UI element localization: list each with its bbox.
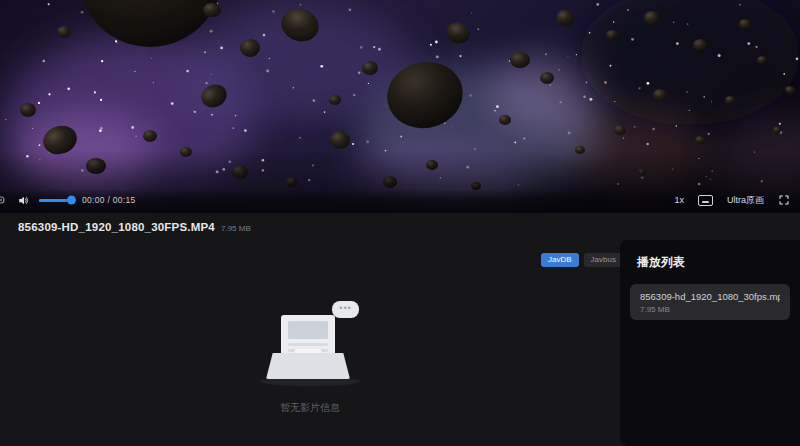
fullscreen-icon[interactable] bbox=[778, 194, 790, 206]
speed-button[interactable]: 1x bbox=[674, 195, 684, 205]
empty-message: 暂无影片信息 bbox=[0, 401, 620, 415]
empty-state: ••• 暂无影片信息 bbox=[0, 301, 620, 415]
time-display: 00:00 / 00:15 bbox=[82, 195, 136, 205]
playlist-title: 播放列表 bbox=[620, 240, 800, 271]
playlist-item[interactable]: 856309-hd_1920_1080_30fps.mp4 7.95 MB bbox=[630, 284, 790, 320]
player-controls: 00:00 / 00:15 1x Ultra原画 bbox=[0, 189, 800, 213]
volume-slider[interactable] bbox=[39, 199, 73, 202]
volume-thumb[interactable] bbox=[67, 196, 76, 205]
playlist-item-name: 856309-hd_1920_1080_30fps.mp4 bbox=[640, 291, 780, 302]
empty-tray bbox=[266, 353, 350, 379]
speech-bubble-icon: ••• bbox=[332, 301, 359, 318]
file-title: 856309-HD_1920_1080_30FPS.MP4 bbox=[18, 221, 215, 233]
playlist-panel: 播放列表 856309-hd_1920_1080_30fps.mp4 7.95 … bbox=[620, 240, 800, 446]
empty-illustration-icon: ••• bbox=[255, 301, 365, 387]
playlist-item-size: 7.95 MB bbox=[640, 305, 780, 314]
page-content: 856309-HD_1920_1080_30FPS.MP4 7.95 MB Ja… bbox=[0, 213, 800, 446]
volume-icon[interactable] bbox=[17, 194, 30, 207]
quality-button[interactable]: Ultra原画 bbox=[727, 194, 764, 207]
file-header: 856309-HD_1920_1080_30FPS.MP4 7.95 MB bbox=[18, 221, 251, 233]
video-area[interactable]: 00:00 / 00:15 1x Ultra原画 bbox=[0, 0, 800, 213]
video-frame[interactable] bbox=[0, 0, 800, 213]
settings-icon[interactable] bbox=[0, 194, 7, 206]
subtitle-icon[interactable] bbox=[698, 195, 713, 206]
tab-javdb[interactable]: JavDB bbox=[541, 253, 579, 267]
file-size: 7.95 MB bbox=[221, 224, 251, 233]
tab-javbus[interactable]: Javbus bbox=[584, 253, 623, 267]
source-tabs: JavDB Javbus bbox=[541, 253, 623, 267]
